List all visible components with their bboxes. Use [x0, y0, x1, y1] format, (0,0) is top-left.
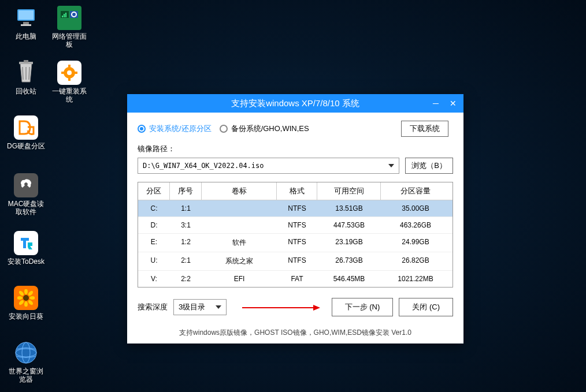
footer-text: 支持windows原版镜像，GHOST ISO镜像，GHO,WIM,ESD镜像安… [138, 324, 453, 338]
desktop-icon-netpanel[interactable]: 网络管理面板 [49, 6, 90, 48]
recycle-bin-icon [14, 61, 38, 85]
td-fmt: NTFS [277, 234, 317, 252]
desktop-icon-label: 回收站 [16, 87, 36, 95]
image-path-dropdown[interactable]: D:\G_WIN7_X64_OK_V2022.04.iso [138, 158, 399, 174]
svg-point-10 [29, 296, 35, 300]
desktop-icon-todesk[interactable]: 安装ToDesk [6, 231, 46, 266]
svg-rect-20 [62, 16, 63, 17]
td-seq: 1:2 [170, 234, 202, 252]
svg-point-26 [67, 70, 72, 75]
desktop-icon-label: 世界之窗浏览器 [6, 367, 46, 383]
td-fmt: FAT [277, 271, 317, 287]
desktop-icon-browser[interactable]: 世界之窗浏览器 [6, 341, 46, 383]
chevron-down-icon [216, 305, 221, 309]
browse-button[interactable]: 浏览（B） [405, 158, 453, 174]
th-size: 分区容量 [381, 182, 450, 200]
svg-point-14 [27, 299, 34, 305]
todesk-icon [14, 231, 38, 255]
td-free: 23.19GB [317, 234, 381, 252]
td-size: 1021.22MB [381, 271, 450, 287]
chevron-down-icon [388, 164, 394, 167]
svg-marker-32 [313, 305, 320, 311]
download-system-button[interactable]: 下载系统 [401, 121, 448, 137]
svg-rect-3 [21, 24, 31, 26]
svg-rect-2 [23, 22, 29, 24]
table-row[interactable]: D:3:1NTFS447.53GB463.26GB [138, 217, 453, 234]
svg-rect-28 [68, 77, 71, 81]
table-row[interactable]: E:1:2软件NTFS23.19GB24.99GB [138, 234, 453, 252]
mac-hdd-icon [14, 173, 38, 197]
desktop-icon-label: 此电脑 [16, 32, 36, 40]
radio-install-restore[interactable]: 安装系统/还原分区 [138, 124, 212, 134]
td-fmt: NTFS [277, 217, 317, 233]
td-vol: 系统之家 [202, 252, 277, 270]
svg-rect-21 [64, 14, 65, 17]
desktop-icon-thispc[interactable]: 此电脑 [6, 6, 46, 40]
radio-label: 安装系统/还原分区 [149, 124, 212, 134]
desktop-icon-label: 网络管理面板 [49, 32, 90, 48]
desktop-icon-label: MAC硬盘读取软件 [6, 200, 46, 216]
svg-point-12 [27, 290, 34, 296]
install-window: 支持安装windows XP/7/8/10 系统 ─ ✕ 安装系统/还原分区 备… [127, 94, 463, 344]
svg-point-13 [18, 299, 24, 305]
window-title: 支持安装windows XP/7/8/10 系统 [132, 98, 459, 109]
desktop-icon-label: 安装ToDesk [8, 257, 44, 266]
svg-point-6 [23, 295, 29, 301]
search-depth-label: 搜索深度 [138, 302, 168, 312]
table-row[interactable]: C:1:1NTFS13.51GB35.00GB [138, 200, 453, 217]
desktop-icon-sunflower[interactable]: 安装向日葵 [6, 286, 46, 320]
desktop-icon-reinstall[interactable]: 一键重装系统 [49, 61, 90, 103]
close-button[interactable]: ✕ [447, 98, 459, 109]
search-depth-select[interactable]: 3级目录 [173, 299, 227, 315]
td-vol [202, 200, 277, 216]
td-fmt: NTFS [277, 200, 317, 216]
th-free: 可用空间 [317, 182, 381, 200]
globe-icon [14, 341, 38, 365]
desktop-icon-macread[interactable]: MAC硬盘读取软件 [6, 173, 46, 216]
th-volume: 卷标 [202, 182, 277, 200]
minimize-button[interactable]: ─ [430, 98, 442, 109]
table-row[interactable]: U:2:1系统之家NTFS26.73GB26.82GB [138, 252, 453, 271]
td-free: 13.51GB [317, 200, 381, 216]
svg-point-7 [24, 289, 28, 294]
td-seq: 1:1 [170, 200, 202, 216]
table-row[interactable]: V:2:2EFIFAT546.45MB1021.22MB [138, 271, 453, 287]
svg-point-11 [18, 290, 24, 296]
td-part: D: [138, 217, 170, 233]
svg-rect-5 [24, 60, 28, 62]
gear-install-icon [57, 61, 81, 85]
td-size: 35.00GB [381, 200, 450, 216]
td-free: 26.73GB [317, 252, 381, 270]
table-header: 分区 序号 卷标 格式 可用空间 分区容量 [138, 182, 453, 200]
partition-table: 分区 序号 卷标 格式 可用空间 分区容量 C:1:1NTFS13.51GB35… [138, 182, 453, 288]
next-button[interactable]: 下一步 (N) [332, 298, 394, 316]
radio-icon [138, 125, 146, 133]
th-partition: 分区 [138, 182, 170, 200]
desktop-icon-label: 一键重装系统 [49, 87, 90, 103]
network-panel-icon [57, 6, 81, 30]
td-vol: 软件 [202, 234, 277, 252]
image-path-label: 镜像路径： [138, 144, 453, 154]
td-free: 546.45MB [317, 271, 381, 287]
dg-icon [14, 115, 38, 140]
td-size: 26.82GB [381, 252, 450, 270]
td-seq: 3:1 [170, 217, 202, 233]
td-size: 463.26GB [381, 217, 450, 233]
image-path-value: D:\G_WIN7_X64_OK_V2022.04.iso [143, 162, 264, 170]
td-part: U: [138, 252, 170, 270]
td-fmt: NTFS [277, 252, 317, 270]
svg-rect-29 [61, 72, 65, 74]
radio-backup[interactable]: 备份系统/GHO,WIN,ES [220, 124, 309, 134]
svg-rect-27 [68, 65, 71, 68]
desktop-icon-label: DG硬盘分区 [7, 142, 45, 150]
svg-rect-30 [74, 72, 77, 74]
desktop-icon-dgpart[interactable]: DG硬盘分区 [6, 115, 46, 150]
computer-icon [14, 6, 38, 30]
th-sequence: 序号 [170, 182, 202, 200]
radio-icon [220, 125, 228, 133]
desktop-icon-recycle[interactable]: 回收站 [6, 61, 46, 95]
td-vol [202, 217, 277, 233]
td-free: 447.53GB [317, 217, 381, 233]
close-dialog-button[interactable]: 关闭 (C) [399, 298, 453, 316]
titlebar[interactable]: 支持安装windows XP/7/8/10 系统 ─ ✕ [127, 94, 463, 113]
